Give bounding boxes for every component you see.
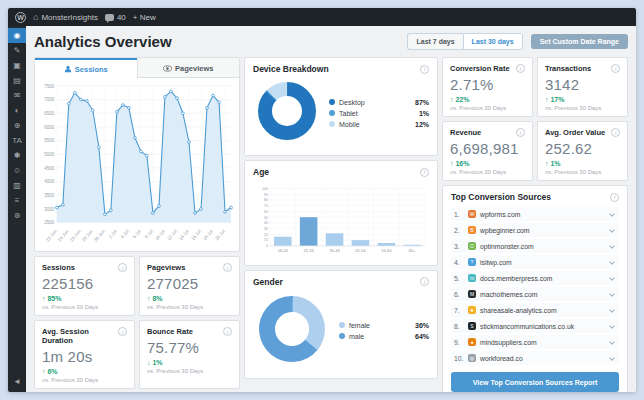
sidebar-item-monsterinsights[interactable]: ◉ [8, 28, 26, 43]
favicon-icon: M [468, 290, 476, 298]
legend-item: Desktop87% [329, 99, 429, 106]
set-custom-date-range-button[interactable]: Set Custom Date Range [531, 34, 628, 49]
column-middle: Device Breakdown i Desktop87%Tablet1%Mob… [244, 57, 438, 379]
new-label: + New [133, 13, 156, 22]
source-row[interactable]: 4.?isitwp.com [451, 255, 619, 269]
info-icon[interactable]: i [223, 263, 232, 272]
eye-icon [163, 65, 172, 72]
info-icon[interactable]: i [610, 193, 619, 202]
source-row[interactable]: 2.Bwpbeginner.com [451, 223, 619, 237]
sidebar-item-appearance[interactable]: ◐ [8, 103, 26, 118]
info-icon[interactable]: i [420, 277, 429, 286]
info-icon[interactable]: i [516, 128, 525, 137]
svg-text:3000: 3000 [44, 207, 55, 212]
legend-item: female36% [339, 322, 429, 329]
stat-change: ↑ 1% [545, 160, 620, 167]
stat-card: Avg. Order Valuei252.62↑ 1%vs. Previous … [537, 121, 628, 181]
source-row[interactable]: 3.Ooptinmonster.com [451, 239, 619, 253]
new-menu[interactable]: + New [133, 13, 156, 22]
top-conversion-sources-panel: Top Conversion Sources i 1.Wwpforms.com2… [442, 185, 628, 392]
info-icon[interactable]: i [118, 263, 127, 272]
favicon-icon: B [468, 226, 476, 234]
stat-value: 3142 [545, 76, 620, 93]
favicon-icon: ? [468, 258, 476, 266]
chevron-down-icon[interactable] [609, 339, 615, 345]
stat-cards-right: Conversion Ratei2.71%↑ 22%vs. Previous 3… [442, 57, 628, 181]
chevron-down-icon[interactable] [609, 307, 615, 313]
chevron-down-icon[interactable] [609, 291, 615, 297]
sources-list: 1.Wwpforms.com2.Bwpbeginner.com3.Ooptinm… [451, 207, 619, 367]
svg-text:25-34: 25-34 [304, 248, 315, 253]
sidebar-item-posts[interactable]: ✎ [8, 43, 26, 58]
info-icon[interactable]: i [611, 64, 620, 73]
info-icon[interactable]: i [420, 65, 429, 74]
sidebar-item-pages[interactable]: ▤ [8, 73, 26, 88]
svg-text:6500: 6500 [44, 111, 55, 116]
info-icon[interactable]: i [516, 64, 525, 73]
site-menu[interactable]: ⌂ MonsterInsights [33, 13, 98, 22]
person-icon [64, 65, 72, 73]
sidebar-item-media[interactable]: ▣ [8, 58, 26, 73]
wordpress-logo-icon[interactable]: W [15, 12, 26, 23]
svg-text:28 Jun: 28 Jun [81, 229, 94, 243]
chevron-down-icon[interactable] [609, 275, 615, 281]
view-sources-report-button[interactable]: View Top Conversion Sources Report [451, 372, 619, 392]
stat-card: Bounce Ratei75.77%↓ 1%vs. Previous 30 Da… [139, 320, 240, 389]
source-row[interactable]: 6.Mmachothemes.com [451, 287, 619, 301]
tab-pageviews-label: Pageviews [175, 64, 213, 73]
chevron-down-icon[interactable] [609, 259, 615, 265]
info-icon[interactable]: i [611, 128, 620, 137]
svg-text:30: 30 [264, 227, 268, 231]
legend-label: Mobile [339, 121, 415, 128]
source-row[interactable]: 7.★shareasale-analytics.com [451, 303, 619, 317]
sidebar-item-menu[interactable]: ≡ [8, 193, 26, 208]
last-7-days-button[interactable]: Last 7 days [407, 33, 462, 50]
source-row[interactable]: 9.●mindsuppliers.com [451, 335, 619, 349]
info-icon[interactable]: i [223, 327, 232, 336]
info-icon[interactable]: i [118, 327, 127, 336]
up-arrow-icon: ↑ [42, 295, 46, 302]
up-arrow-icon: ↑ [450, 96, 454, 103]
svg-text:24 Jun: 24 Jun [57, 229, 70, 243]
up-arrow-icon: ↑ [545, 160, 549, 167]
source-domain: machothemes.com [480, 291, 606, 298]
stat-label: Conversion Rate [450, 64, 510, 73]
svg-text:4 Jul: 4 Jul [120, 229, 130, 240]
stat-card-header: Avg. Session Durationi [42, 327, 127, 345]
chevron-down-icon[interactable] [609, 355, 615, 361]
sidebar-item-comments[interactable]: ✉ [8, 88, 26, 103]
stat-label: Transactions [545, 64, 591, 73]
page-title: Analytics Overview [34, 33, 172, 50]
chevron-down-icon[interactable] [609, 211, 615, 217]
sidebar-item-tools[interactable]: ✱ [8, 148, 26, 163]
admin-sidebar: ◉✎▣▤✉◐⊕TA✱☺▥≡⊛◄ [8, 26, 26, 392]
source-rank: 3. [454, 243, 464, 250]
site-name: MonsterInsights [41, 13, 97, 22]
chevron-down-icon[interactable] [609, 243, 615, 249]
tab-sessions[interactable]: Sessions [35, 58, 137, 78]
stat-value: 225156 [42, 275, 127, 292]
source-row[interactable]: 5.mdocs.memberpress.com [451, 271, 619, 285]
sidebar-item-ta-plugin[interactable]: TA [8, 133, 26, 148]
favicon-icon: O [468, 242, 476, 250]
chevron-down-icon[interactable] [609, 227, 615, 233]
sidebar-item-plugins[interactable]: ⊕ [8, 118, 26, 133]
sidebar-item-settings[interactable]: ⊛ [8, 208, 26, 223]
comments-menu[interactable]: 40 [105, 13, 126, 22]
sidebar-item-analytics[interactable]: ▥ [8, 178, 26, 193]
tab-pageviews[interactable]: Pageviews [137, 58, 240, 78]
source-row[interactable]: 1.Wwpforms.com [451, 207, 619, 221]
source-domain: optinmonster.com [480, 243, 606, 250]
legend-dot-icon [339, 322, 345, 328]
chevron-down-icon[interactable] [609, 323, 615, 329]
info-icon[interactable]: i [420, 168, 429, 177]
svg-text:55-64: 55-64 [381, 248, 392, 253]
stat-change: ↑ 16% [450, 160, 525, 167]
sidebar-item-users[interactable]: ☺ [8, 163, 26, 178]
source-row[interactable]: 8.Sstickmancommunications.co.uk [451, 319, 619, 333]
last-30-days-button[interactable]: Last 30 days [463, 33, 523, 50]
sidebar-item-collapse[interactable]: ◄ [8, 374, 26, 389]
legend-item: male64% [339, 333, 429, 340]
source-row[interactable]: 10.◍workforead.co [451, 351, 619, 365]
favicon-icon: ● [468, 338, 476, 346]
